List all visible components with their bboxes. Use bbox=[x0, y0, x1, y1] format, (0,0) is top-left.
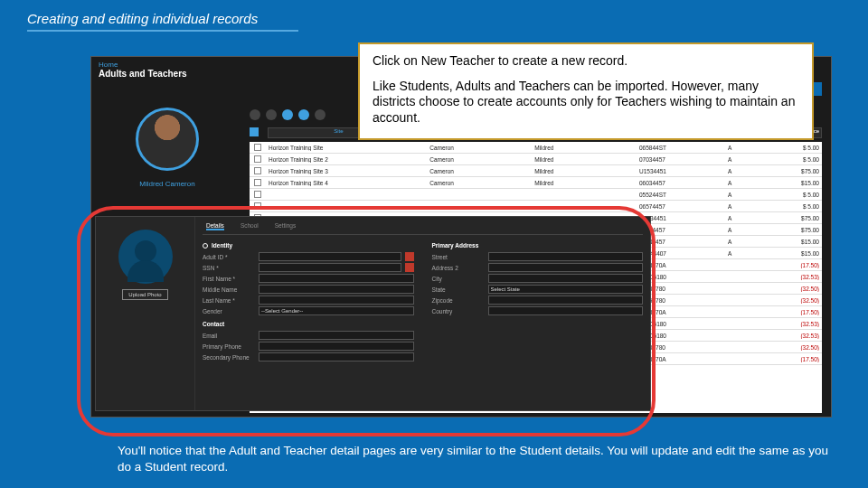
table-row[interactable]: Horizon Training Site 4CameronMildred060… bbox=[250, 177, 822, 189]
step-2-icon[interactable] bbox=[266, 109, 277, 120]
table-row[interactable]: Horizon Training SiteCameronMildred06584… bbox=[250, 142, 822, 154]
table-row[interactable]: Horizon Training Site 2CameronMildred070… bbox=[250, 154, 822, 165]
footer-note: You'll notice that the Adult and Teacher… bbox=[118, 443, 841, 475]
avatar bbox=[136, 108, 199, 171]
step-1-icon[interactable] bbox=[250, 109, 260, 120]
avatar-name: Mildred Cameron bbox=[95, 180, 240, 188]
profile-sidebar: Mildred Cameron bbox=[95, 99, 240, 188]
callout-line-2: Like Students, Adults and Teachers can b… bbox=[373, 79, 799, 127]
callout-line-1: Click on New Teacher to create a new rec… bbox=[373, 53, 799, 70]
step-3-icon[interactable] bbox=[282, 109, 293, 120]
step-5-icon[interactable] bbox=[315, 109, 326, 120]
table-row[interactable]: Horizon Training Site 3CameronMildredU15… bbox=[250, 165, 822, 177]
table-row[interactable]: 055244STA$ 5.00 bbox=[250, 189, 822, 201]
instruction-callout: Click on New Teacher to create a new rec… bbox=[358, 42, 814, 140]
slide-title: Creating and editing individual records bbox=[27, 11, 258, 28]
title-underline bbox=[27, 30, 298, 32]
step-4-icon[interactable] bbox=[298, 109, 309, 120]
select-all-checkbox[interactable] bbox=[250, 127, 259, 136]
highlight-form-panel bbox=[77, 206, 656, 436]
